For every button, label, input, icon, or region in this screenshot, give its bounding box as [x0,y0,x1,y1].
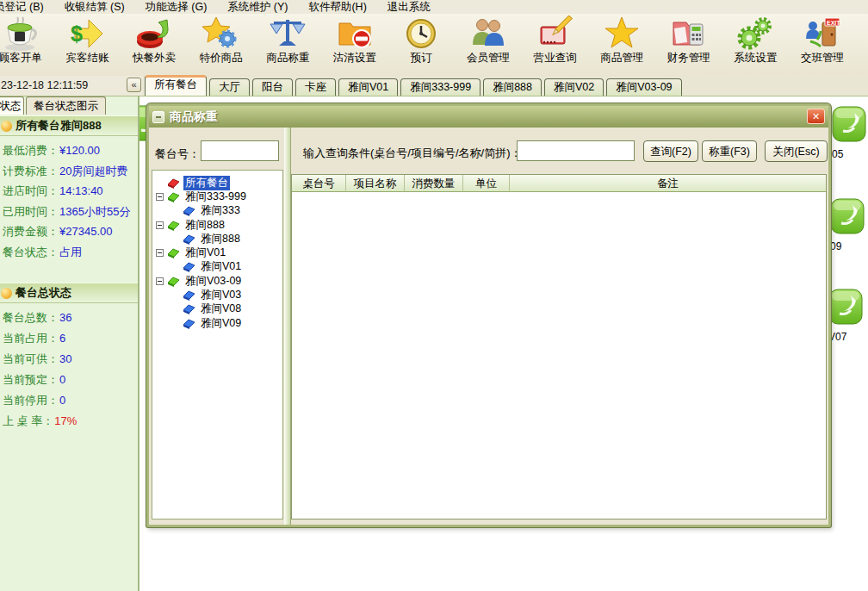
tree-collapse-icon[interactable] [156,249,164,257]
dialog-title-bar[interactable]: 商品称重 ✕ [149,106,828,128]
tree-item-group[interactable]: 雅间V01 [152,246,282,259]
column-header-unit[interactable]: 单位 [463,175,510,192]
tree-item-table[interactable]: 雅间V09 [152,316,282,330]
query-button[interactable]: 查询(F2) [643,140,698,162]
pos-app-window: 员登记 (B) 收银结算 (S) 功能选择 (G) 系统维护 (Y) 软件帮助(… [0,0,868,591]
toolbar-checkout-button[interactable]: $ 宾客结账 [54,14,121,76]
toolbar-label: 商品称重 [254,52,321,64]
grid-body-empty[interactable] [292,192,826,519]
menu-item-cashier[interactable]: 收银结算 (S) [63,0,127,15]
tab-room-888[interactable]: 雅间888 [483,78,542,96]
toolbar-label: 商品管理 [588,52,655,64]
tab-balcony[interactable]: 阳台 [252,78,293,96]
sidebar-tab-table-diagram[interactable]: 餐台状态图示 [26,96,106,115]
tab-hall[interactable]: 大厅 [209,78,250,96]
sidebar-collapse-button[interactable]: « [127,78,141,92]
toolbar-members-button[interactable]: 会员管理 [455,14,522,76]
table-icon-v07[interactable]: V07 [828,287,863,343]
menu-bar: 员登记 (B) 收银结算 (S) 功能选择 (G) 系统维护 (Y) 软件帮助(… [0,0,868,14]
green-table-icon [830,196,865,236]
toolbar-open-order-button[interactable]: 顾客开单 [0,14,54,76]
tab-room-v03-09[interactable]: 雅间V03-09 [606,78,681,96]
tree-item-group[interactable]: 雅间333-999 [152,190,282,203]
dialog-app-icon [152,111,164,123]
toolbar-special-items-button[interactable]: 特价商品 [188,14,255,76]
column-header-item-name[interactable]: 项目名称 [346,175,405,192]
tree-item-table[interactable]: 雅间V01 [152,260,282,274]
tab-room-v01[interactable]: 雅间V01 [338,78,398,96]
toolbar-sales-query-button[interactable]: 营业查询 [522,14,589,76]
table-icon-v05[interactable]: 05 [832,104,866,160]
column-header-table-no[interactable]: 桌台号 [292,175,346,192]
money-arrow-icon: $ [68,16,106,52]
blue-table-icon [183,205,195,216]
menu-item-exit[interactable]: 退出系统 [386,0,432,15]
orange-ball-icon [1,288,12,299]
tree-item-all-tables[interactable]: 所有餐台 [152,176,282,190]
query-input[interactable] [517,140,635,161]
tab-room-v02[interactable]: 雅间V02 [544,78,604,96]
tree-collapse-icon[interactable] [156,221,164,229]
weigh-button[interactable]: 称重(F3) [702,140,757,162]
tab-all-tables[interactable]: 所有餐台 [145,75,207,96]
tab-room-333-999[interactable]: 雅间333-999 [400,78,480,96]
toolbar-label: 快餐外卖 [121,52,188,64]
star-icon [603,16,641,52]
table-tab-bar: 23-12-18 12:11:59 « 所有餐台 大厅 阳台 卡座 雅间V01 … [0,76,868,96]
toolbar-soldout-settings-button[interactable]: 沽清设置 [321,14,388,76]
menu-item-maintenance[interactable]: 系统维护 (Y) [226,0,289,15]
status-row: 当前占用：6 [3,328,65,348]
column-header-quantity[interactable]: 消费数量 [405,175,463,192]
close-button[interactable]: 关闭(Esc) [765,140,828,162]
status-row: 上 桌 率：17% [3,411,77,431]
status-row: 进店时间：14:13:40 [3,181,103,201]
status-row: 餐台总数：36 [3,308,71,327]
column-header-remark[interactable]: 备注 [510,175,826,192]
toolbar-weighing-button[interactable]: 商品称重 [254,14,321,76]
svg-text:EXIT: EXIT [827,20,840,26]
toolbar-reservation-button[interactable]: 预订 [388,14,456,76]
menu-item-register[interactable]: 员登记 (B) [0,0,46,15]
red-table-group-icon [167,177,180,189]
menu-item-help[interactable]: 软件帮助(H) [307,0,368,15]
toolbar-finance-button[interactable]: 财务管理 [655,14,722,76]
tree-item-table[interactable]: 雅间333 [152,204,282,218]
status-sidebar: 状态 餐台状态图示 所有餐台雅间888 最低消费：¥120.00 计费标准：20… [0,96,140,591]
tree-item-table[interactable]: 雅间V03 [152,288,282,302]
members-icon [469,16,507,52]
tree-item-table[interactable]: 雅间V08 [152,302,282,316]
menu-item-functions[interactable]: 功能选择 (G) [144,0,209,15]
tab-booth[interactable]: 卡座 [295,78,336,96]
toolbar-product-mgmt-button[interactable]: 商品管理 [588,14,655,76]
status-row: 计费标准：20房间超时费 [3,161,127,181]
blue-table-icon [183,318,195,329]
coffee-takeout-icon [135,16,173,52]
tree-collapse-icon[interactable] [156,193,164,201]
toolbar-system-settings-button[interactable]: 系统设置 [722,14,790,76]
table-icon-v09[interactable]: 09 [830,196,865,252]
green-table-icon [832,104,866,144]
toolbar-takeout-button[interactable]: 快餐外卖 [121,14,188,76]
table-label: 09 [830,240,865,252]
exit-door-icon: EXIT [803,16,841,52]
dialog-title: 商品称重 [170,109,218,125]
toolbar: 顾客开单 $ 宾客结账 快餐外卖 [0,14,868,77]
sidebar-tab-status[interactable]: 状态 [0,96,24,115]
tree-item-table[interactable]: 雅间888 [152,232,282,246]
green-table-group-icon [167,247,180,258]
toolbar-label: 预订 [388,52,456,64]
tree-collapse-icon[interactable] [156,277,164,285]
table-no-input[interactable] [201,140,279,161]
status-row: 最低消费：¥120.00 [3,140,100,160]
tree-item-group[interactable]: 雅间V03-09 [152,274,282,288]
close-icon[interactable]: ✕ [807,109,825,124]
panel-splitter[interactable] [284,128,291,525]
green-table-group-icon [167,276,180,287]
green-table-group-icon [167,191,180,202]
toolbar-shift-change-button[interactable]: EXIT 交班管理 [789,14,856,76]
grid-header: 桌台号 项目名称 消费数量 单位 备注 [292,175,826,192]
table-label: 05 [832,148,866,160]
green-table-group-icon [167,220,180,231]
tree-item-group[interactable]: 雅间888 [152,218,282,232]
status-row: 已用时间：1365小时55分 [3,202,130,221]
